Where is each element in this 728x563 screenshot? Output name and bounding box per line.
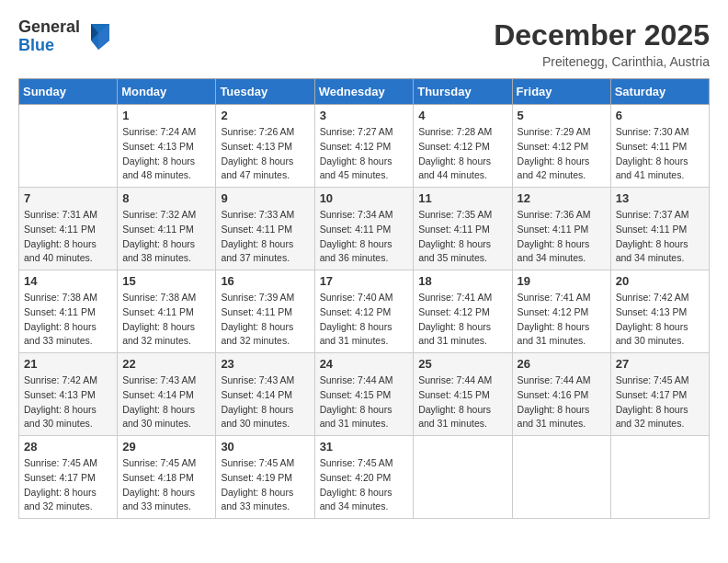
- day-number: 3: [320, 109, 409, 122]
- calendar-cell: [512, 436, 610, 519]
- day-info: Sunrise: 7:27 AMSunset: 4:12 PMDaylight:…: [320, 125, 409, 183]
- day-number: 23: [221, 357, 309, 371]
- day-info: Sunrise: 7:44 AMSunset: 4:15 PMDaylight:…: [418, 373, 506, 431]
- day-number: 4: [418, 109, 506, 122]
- day-number: 5: [518, 109, 606, 122]
- logo-icon: [84, 20, 113, 53]
- day-number: 6: [616, 109, 704, 122]
- weekday-header-row: SundayMondayTuesdayWednesdayThursdayFrid…: [19, 79, 710, 105]
- calendar-cell: 4Sunrise: 7:28 AMSunset: 4:12 PMDaylight…: [414, 105, 512, 188]
- calendar-cell: 5Sunrise: 7:29 AMSunset: 4:12 PMDaylight…: [512, 105, 610, 188]
- day-number: 21: [24, 357, 112, 371]
- day-number: 18: [418, 274, 506, 288]
- week-row-4: 28Sunrise: 7:45 AMSunset: 4:17 PMDayligh…: [19, 436, 710, 519]
- day-info: Sunrise: 7:28 AMSunset: 4:12 PMDaylight:…: [418, 125, 506, 183]
- day-info: Sunrise: 7:32 AMSunset: 4:11 PMDaylight:…: [122, 208, 210, 266]
- day-info: Sunrise: 7:30 AMSunset: 4:11 PMDaylight:…: [616, 125, 704, 183]
- day-info: Sunrise: 7:38 AMSunset: 4:11 PMDaylight:…: [122, 291, 210, 349]
- day-info: Sunrise: 7:43 AMSunset: 4:14 PMDaylight:…: [221, 373, 309, 431]
- calendar-cell: [414, 436, 512, 519]
- month-title: December 2025: [494, 18, 710, 52]
- calendar-cell: [610, 436, 709, 519]
- day-info: Sunrise: 7:26 AMSunset: 4:13 PMDaylight:…: [221, 125, 309, 183]
- day-number: 7: [24, 191, 112, 205]
- day-info: Sunrise: 7:42 AMSunset: 4:13 PMDaylight:…: [616, 291, 704, 349]
- day-number: 13: [616, 191, 704, 205]
- day-number: 16: [221, 274, 309, 288]
- calendar-cell: 25Sunrise: 7:44 AMSunset: 4:15 PMDayligh…: [414, 353, 512, 436]
- day-number: 28: [24, 440, 112, 454]
- day-info: Sunrise: 7:31 AMSunset: 4:11 PMDaylight:…: [24, 208, 112, 266]
- day-info: Sunrise: 7:40 AMSunset: 4:12 PMDaylight:…: [320, 291, 409, 349]
- calendar-cell: 31Sunrise: 7:45 AMSunset: 4:20 PMDayligh…: [314, 436, 414, 519]
- title-area: December 2025 Preitenegg, Carinthia, Aus…: [494, 18, 710, 69]
- day-number: 14: [24, 274, 112, 288]
- calendar-cell: 13Sunrise: 7:37 AMSunset: 4:11 PMDayligh…: [610, 188, 709, 270]
- calendar-cell: 27Sunrise: 7:45 AMSunset: 4:17 PMDayligh…: [610, 353, 709, 436]
- calendar-cell: 23Sunrise: 7:43 AMSunset: 4:14 PMDayligh…: [216, 353, 314, 436]
- day-number: 1: [122, 109, 210, 122]
- day-info: Sunrise: 7:33 AMSunset: 4:11 PMDaylight:…: [221, 208, 309, 266]
- day-info: Sunrise: 7:45 AMSunset: 4:18 PMDaylight:…: [122, 456, 210, 514]
- calendar-cell: 7Sunrise: 7:31 AMSunset: 4:11 PMDaylight…: [19, 188, 118, 270]
- day-info: Sunrise: 7:24 AMSunset: 4:13 PMDaylight:…: [122, 125, 210, 183]
- weekday-header-wednesday: Wednesday: [314, 79, 414, 105]
- day-info: Sunrise: 7:29 AMSunset: 4:12 PMDaylight:…: [518, 125, 606, 183]
- day-info: Sunrise: 7:45 AMSunset: 4:20 PMDaylight:…: [320, 456, 409, 514]
- weekday-header-sunday: Sunday: [19, 79, 118, 105]
- calendar-cell: 14Sunrise: 7:38 AMSunset: 4:11 PMDayligh…: [19, 270, 118, 353]
- week-row-1: 7Sunrise: 7:31 AMSunset: 4:11 PMDaylight…: [19, 188, 710, 270]
- day-info: Sunrise: 7:41 AMSunset: 4:12 PMDaylight:…: [418, 291, 506, 349]
- day-number: 19: [518, 274, 606, 288]
- calendar-cell: 11Sunrise: 7:35 AMSunset: 4:11 PMDayligh…: [414, 188, 512, 270]
- week-row-2: 14Sunrise: 7:38 AMSunset: 4:11 PMDayligh…: [19, 270, 710, 353]
- weekday-header-monday: Monday: [118, 79, 216, 105]
- day-info: Sunrise: 7:41 AMSunset: 4:12 PMDaylight:…: [518, 291, 606, 349]
- day-info: Sunrise: 7:38 AMSunset: 4:11 PMDaylight:…: [24, 291, 112, 349]
- calendar-cell: 9Sunrise: 7:33 AMSunset: 4:11 PMDaylight…: [216, 188, 314, 270]
- weekday-header-saturday: Saturday: [610, 79, 709, 105]
- day-info: Sunrise: 7:45 AMSunset: 4:19 PMDaylight:…: [221, 456, 309, 514]
- calendar-cell: 10Sunrise: 7:34 AMSunset: 4:11 PMDayligh…: [314, 188, 414, 270]
- week-row-0: 1Sunrise: 7:24 AMSunset: 4:13 PMDaylight…: [19, 105, 710, 188]
- page-header: General Blue December 2025 Preitenegg, C…: [18, 18, 710, 69]
- logo-blue: Blue: [18, 37, 80, 55]
- calendar-cell: 28Sunrise: 7:45 AMSunset: 4:17 PMDayligh…: [19, 436, 118, 519]
- day-number: 31: [320, 440, 409, 454]
- calendar-cell: 19Sunrise: 7:41 AMSunset: 4:12 PMDayligh…: [512, 270, 610, 353]
- calendar-cell: 1Sunrise: 7:24 AMSunset: 4:13 PMDaylight…: [118, 105, 216, 188]
- day-number: 10: [320, 191, 409, 205]
- calendar-cell: 18Sunrise: 7:41 AMSunset: 4:12 PMDayligh…: [414, 270, 512, 353]
- calendar-cell: 17Sunrise: 7:40 AMSunset: 4:12 PMDayligh…: [314, 270, 414, 353]
- day-number: 17: [320, 274, 409, 288]
- day-number: 27: [616, 357, 704, 371]
- location-title: Preitenegg, Carinthia, Austria: [494, 54, 710, 69]
- day-number: 30: [221, 440, 309, 454]
- weekday-header-friday: Friday: [512, 79, 610, 105]
- day-info: Sunrise: 7:34 AMSunset: 4:11 PMDaylight:…: [320, 208, 409, 266]
- day-number: 22: [122, 357, 210, 371]
- day-number: 29: [122, 440, 210, 454]
- calendar-cell: [19, 105, 118, 188]
- calendar-cell: 15Sunrise: 7:38 AMSunset: 4:11 PMDayligh…: [118, 270, 216, 353]
- day-number: 25: [418, 357, 506, 371]
- logo-general: General: [18, 18, 80, 37]
- day-number: 2: [221, 109, 309, 122]
- day-info: Sunrise: 7:43 AMSunset: 4:14 PMDaylight:…: [122, 373, 210, 431]
- day-number: 9: [221, 191, 309, 205]
- day-number: 26: [518, 357, 606, 371]
- calendar-cell: 29Sunrise: 7:45 AMSunset: 4:18 PMDayligh…: [118, 436, 216, 519]
- calendar-table: SundayMondayTuesdayWednesdayThursdayFrid…: [18, 78, 710, 519]
- day-info: Sunrise: 7:35 AMSunset: 4:11 PMDaylight:…: [418, 208, 506, 266]
- day-info: Sunrise: 7:45 AMSunset: 4:17 PMDaylight:…: [24, 456, 112, 514]
- calendar-cell: 26Sunrise: 7:44 AMSunset: 4:16 PMDayligh…: [512, 353, 610, 436]
- day-info: Sunrise: 7:36 AMSunset: 4:11 PMDaylight:…: [518, 208, 606, 266]
- day-info: Sunrise: 7:37 AMSunset: 4:11 PMDaylight:…: [616, 208, 704, 266]
- logo: General Blue: [18, 18, 113, 55]
- day-info: Sunrise: 7:39 AMSunset: 4:11 PMDaylight:…: [221, 291, 309, 349]
- day-number: 11: [418, 191, 506, 205]
- calendar-cell: 20Sunrise: 7:42 AMSunset: 4:13 PMDayligh…: [610, 270, 709, 353]
- calendar-cell: 30Sunrise: 7:45 AMSunset: 4:19 PMDayligh…: [216, 436, 314, 519]
- calendar-cell: 21Sunrise: 7:42 AMSunset: 4:13 PMDayligh…: [19, 353, 118, 436]
- day-info: Sunrise: 7:44 AMSunset: 4:16 PMDaylight:…: [518, 373, 606, 431]
